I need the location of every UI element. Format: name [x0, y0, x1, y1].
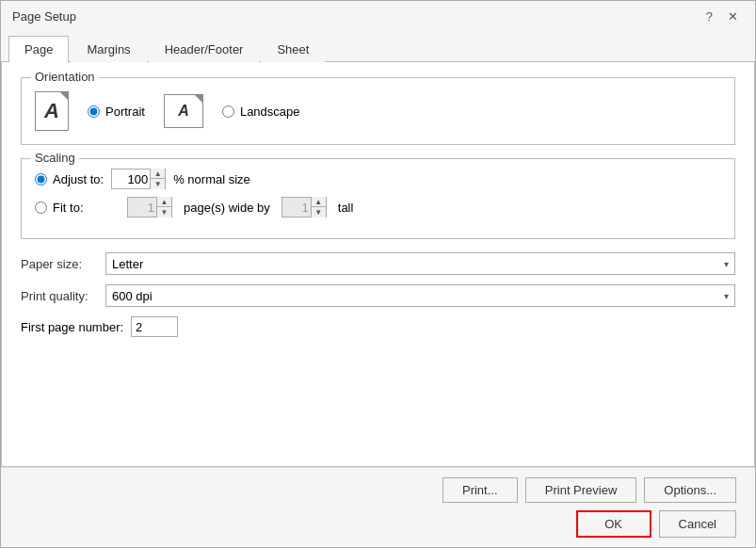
title-bar: Page Setup ? ✕ — [1, 1, 755, 31]
chevron-down-icon: ▾ — [724, 259, 729, 269]
cancel-button[interactable]: Cancel — [659, 510, 736, 538]
help-button[interactable]: ? — [700, 8, 718, 25]
landscape-icon: A — [164, 94, 203, 128]
bottom-area: Print... Print Preview Options... OK Can… — [1, 467, 755, 547]
options-button[interactable]: Options... — [644, 477, 736, 503]
fit-to-pages-spinner: ▲ ▼ — [156, 197, 171, 218]
print-button[interactable]: Print... — [442, 477, 518, 503]
ok-button[interactable]: OK — [576, 510, 651, 538]
fit-to-row: Fit to: 1 ▲ ▼ page(s) wide by 1 ▲ ▼ — [35, 197, 721, 218]
adjust-to-up[interactable]: ▲ — [150, 169, 165, 179]
fit-to-tall-input[interactable]: 1 — [282, 198, 311, 217]
print-quality-value: 600 dpi — [112, 289, 153, 303]
landscape-radio[interactable] — [222, 105, 234, 118]
fit-to-tall-spinner: ▲ ▼ — [311, 197, 326, 218]
fit-to-tall-suffix: tall — [338, 201, 354, 215]
tab-page[interactable]: Page — [8, 36, 69, 62]
adjust-to-spinbox[interactable]: 100 ▲ ▼ — [111, 169, 166, 189]
bottom-row-2: OK Cancel — [20, 510, 736, 538]
adjust-to-suffix: % normal size — [173, 172, 250, 186]
fit-to-tall-spinbox[interactable]: 1 ▲ ▼ — [281, 197, 327, 218]
dialog-title: Page Setup — [12, 9, 76, 24]
fit-to-radio[interactable] — [35, 201, 47, 214]
chevron-down-icon-2: ▾ — [724, 291, 729, 301]
bottom-row-1: Print... Print Preview Options... — [20, 477, 736, 503]
close-button[interactable]: ✕ — [722, 8, 744, 25]
portrait-option[interactable]: Portrait — [88, 105, 145, 119]
fit-to-pages-down[interactable]: ▼ — [156, 207, 171, 218]
fit-to-pages-up[interactable]: ▲ — [156, 197, 171, 207]
adjust-to-input[interactable]: 100 — [112, 169, 150, 188]
print-quality-label: Print quality: — [21, 289, 105, 303]
fit-to-pages-suffix: page(s) wide by — [184, 201, 270, 215]
fit-to-option[interactable]: Fit to: — [35, 201, 120, 215]
landscape-option[interactable]: Landscape — [222, 105, 300, 119]
paper-size-dropdown[interactable]: Letter ▾ — [105, 252, 735, 275]
adjust-to-row: Adjust to: 100 ▲ ▼ % normal size — [35, 169, 721, 189]
page-setup-dialog: Page Setup ? ✕ Page Margins Header/Foote… — [0, 0, 756, 548]
fit-to-pages-input[interactable]: 1 — [128, 198, 156, 217]
tab-content: Orientation A Portrait A Lan — [1, 62, 755, 467]
fit-to-tall-down[interactable]: ▼ — [311, 207, 326, 218]
adjust-to-down[interactable]: ▼ — [150, 179, 165, 189]
scaling-label: Scaling — [31, 151, 79, 165]
tab-sheet[interactable]: Sheet — [261, 36, 325, 62]
tab-header-footer[interactable]: Header/Footer — [149, 36, 260, 62]
fold-corner — [60, 92, 68, 100]
portrait-radio[interactable] — [88, 105, 100, 118]
fit-to-pages-spinbox[interactable]: 1 ▲ ▼ — [127, 197, 172, 218]
orientation-label: Orientation — [31, 70, 99, 84]
tabs-bar: Page Margins Header/Footer Sheet — [1, 31, 755, 62]
first-page-number-label: First page number: — [21, 320, 123, 334]
print-quality-dropdown[interactable]: 600 dpi ▾ — [105, 284, 735, 307]
first-page-number-row: First page number: 2 — [21, 316, 735, 337]
orientation-section: Orientation A Portrait A Lan — [21, 77, 735, 145]
portrait-icon: A — [35, 91, 69, 131]
paper-size-row: Paper size: Letter ▾ — [21, 252, 735, 275]
fold-corner-landscape — [195, 95, 202, 103]
title-bar-controls: ? ✕ — [700, 8, 744, 25]
paper-size-label: Paper size: — [21, 257, 105, 271]
adjust-to-option[interactable]: Adjust to: — [35, 172, 104, 186]
adjust-to-radio[interactable] — [35, 173, 47, 185]
scaling-section: Scaling Adjust to: 100 ▲ ▼ % normal size — [21, 158, 735, 239]
fit-to-tall-up[interactable]: ▲ — [311, 197, 326, 207]
print-quality-row: Print quality: 600 dpi ▾ — [21, 284, 735, 307]
print-preview-button[interactable]: Print Preview — [525, 477, 637, 503]
orientation-row: A Portrait A Landscape — [35, 91, 721, 131]
adjust-to-spinner: ▲ ▼ — [150, 169, 165, 189]
first-page-number-input[interactable]: 2 — [131, 316, 178, 337]
tab-margins[interactable]: Margins — [71, 36, 146, 62]
paper-size-value: Letter — [112, 257, 143, 271]
